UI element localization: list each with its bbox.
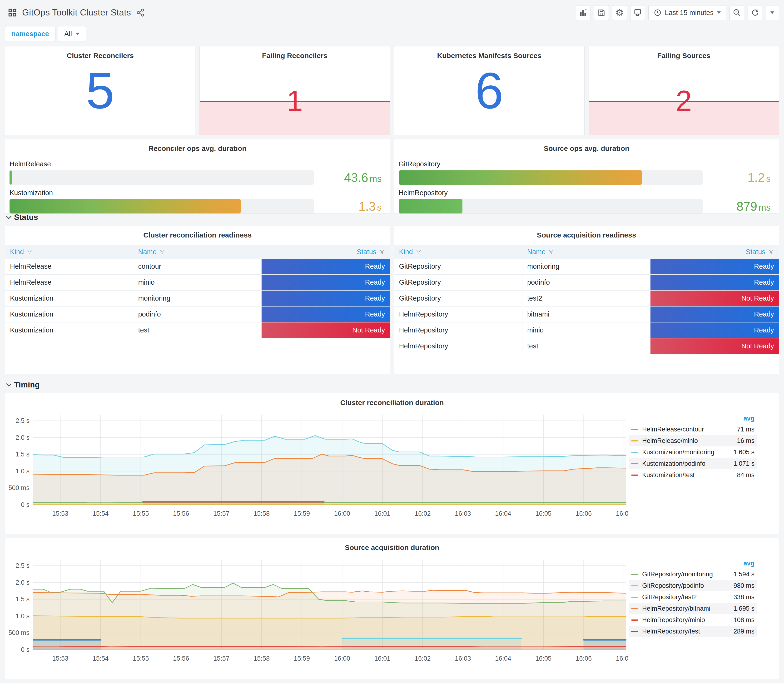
- legend-item[interactable]: Kustomization/monitoring1.605 s: [629, 446, 757, 458]
- legend-item[interactable]: HelmRepository/minio108 ms: [629, 614, 757, 626]
- status-badge: Ready: [651, 306, 779, 322]
- svg-text:16:05: 16:05: [535, 510, 552, 517]
- column-header-kind[interactable]: Kind: [5, 248, 133, 256]
- legend-series-swatch: [631, 631, 638, 632]
- legend-series-swatch: [631, 619, 638, 620]
- settings-button[interactable]: ⚙: [612, 5, 627, 20]
- panel-title: Source acquisition duration: [5, 538, 779, 552]
- stat-panel-failing-reconcilers: Failing Reconcilers1: [199, 46, 390, 135]
- column-header-status[interactable]: Status: [651, 248, 779, 256]
- legend-series-name: Kustomization/podinfo: [642, 460, 733, 467]
- gauge-track: [399, 199, 703, 213]
- column-header-name[interactable]: Name: [523, 248, 651, 256]
- chevron-down-icon: [770, 11, 774, 14]
- cell-name: monitoring: [523, 259, 651, 274]
- cell-status: Not Ready: [651, 338, 779, 354]
- legend-item[interactable]: GitRepository/monitoring1.594 s: [629, 569, 757, 580]
- legend-item[interactable]: HelmRelease/contour71 ms: [629, 423, 757, 435]
- refresh-button[interactable]: [747, 5, 762, 20]
- panel-title: Failing Reconcilers: [200, 46, 390, 60]
- share-icon[interactable]: [136, 8, 145, 17]
- section-status[interactable]: Status: [7, 213, 779, 222]
- legend-series-swatch: [631, 596, 638, 598]
- svg-text:15:53: 15:53: [52, 510, 69, 517]
- svg-text:15:55: 15:55: [133, 510, 149, 517]
- legend-series-swatch: [631, 585, 638, 586]
- legend-series-avg: 1.594 s: [733, 571, 755, 578]
- cell-name: test2: [523, 290, 651, 306]
- table-row: HelmRepositorytestNot Ready: [394, 338, 779, 354]
- save-dashboard-button[interactable]: [594, 5, 609, 20]
- legend-series-avg: 289 ms: [733, 628, 755, 635]
- time-range-picker[interactable]: Last 15 minutes: [648, 5, 726, 20]
- svg-text:16:04: 16:04: [495, 655, 511, 662]
- filter-funnel-icon[interactable]: [548, 249, 554, 255]
- cycle-view-button[interactable]: [630, 5, 645, 20]
- clock-icon: [654, 9, 661, 16]
- legend-item[interactable]: Kustomization/podinfo1.071 s: [629, 458, 757, 469]
- status-badge: Ready: [261, 306, 390, 322]
- filter-funnel-icon[interactable]: [416, 249, 422, 255]
- gauge-track: [10, 199, 314, 213]
- gauge-fill: [10, 199, 240, 213]
- refresh-interval-dropdown[interactable]: [766, 5, 779, 20]
- column-header-name[interactable]: Name: [133, 248, 261, 256]
- svg-text:16:01: 16:01: [374, 655, 391, 662]
- legend-item[interactable]: GitRepository/podinfo980 ms: [629, 580, 757, 592]
- column-header-kind[interactable]: Kind: [394, 248, 523, 256]
- cell-kind: Kustomization: [5, 290, 133, 306]
- add-panel-button[interactable]: [576, 5, 591, 20]
- gauge-fill: [399, 199, 462, 213]
- status-badge: Ready: [651, 275, 779, 290]
- svg-text:16:02: 16:02: [415, 655, 431, 662]
- svg-text:0 s: 0 s: [21, 646, 29, 653]
- filter-funnel-icon[interactable]: [379, 249, 385, 255]
- timeseries-plot[interactable]: 15:5315:5415:5515:5615:5715:5815:5916:00…: [5, 409, 629, 525]
- apps-grid-icon[interactable]: [8, 8, 17, 17]
- gauge-value-unit: ms: [370, 174, 382, 184]
- svg-text:16:00: 16:00: [334, 655, 350, 662]
- table-row: GitRepositorytest2Not Ready: [394, 290, 779, 306]
- time-range-label: Last 15 minutes: [665, 9, 713, 17]
- gauge-value-number: 1.2: [747, 171, 765, 184]
- svg-text:16:00: 16:00: [334, 510, 350, 517]
- filter-funnel-icon[interactable]: [27, 249, 32, 255]
- gauge-value-number: 43.6: [344, 171, 368, 184]
- gauge-label: Kustomization: [10, 189, 385, 197]
- legend-series-swatch: [631, 475, 638, 476]
- variable-namespace-label[interactable]: namespace: [5, 26, 56, 42]
- column-header-status[interactable]: Status: [261, 248, 390, 256]
- svg-text:500 ms: 500 ms: [8, 484, 29, 491]
- svg-text:1.0 s: 1.0 s: [16, 468, 29, 475]
- svg-text:16:01: 16:01: [374, 510, 391, 517]
- svg-text:500 ms: 500 ms: [8, 629, 29, 637]
- svg-text:15:56: 15:56: [173, 655, 189, 662]
- cell-status: Ready: [651, 275, 779, 290]
- variable-namespace-select[interactable]: All: [58, 26, 86, 42]
- cell-name: test: [133, 322, 261, 338]
- svg-text:0 s: 0 s: [21, 501, 29, 508]
- legend-item[interactable]: HelmRepository/bitnami1.695 s: [629, 603, 757, 614]
- filter-funnel-icon[interactable]: [159, 249, 165, 255]
- svg-text:16:07: 16:07: [616, 655, 629, 662]
- timeseries-plot[interactable]: 15:5315:5415:5515:5615:5715:5815:5916:00…: [5, 553, 629, 670]
- section-timing[interactable]: Timing: [7, 380, 779, 390]
- legend-avg-header[interactable]: avg: [629, 414, 757, 423]
- legend-avg-header[interactable]: avg: [629, 558, 757, 569]
- legend-series-swatch: [631, 429, 638, 430]
- legend-item[interactable]: Kustomization/test84 ms: [629, 469, 757, 481]
- status-badge: Not Ready: [651, 338, 779, 354]
- svg-text:15:59: 15:59: [294, 510, 310, 517]
- gauge-item: GitRepository1.2s: [399, 160, 774, 185]
- legend-series-name: Kustomization/monitoring: [642, 449, 733, 456]
- svg-text:1.5 s: 1.5 s: [16, 596, 29, 603]
- filter-funnel-icon[interactable]: [768, 249, 774, 255]
- zoom-out-button[interactable]: [729, 5, 744, 20]
- table-row: HelmRepositorybitnamiReady: [394, 306, 779, 322]
- column-header-label: Status: [357, 248, 376, 256]
- legend-item[interactable]: GitRepository/test2338 ms: [629, 592, 757, 603]
- gauge-value-unit: s: [766, 174, 771, 184]
- legend-item[interactable]: HelmRepository/test289 ms: [629, 626, 757, 637]
- stat-panel-cluster-reconcilers: Cluster Reconcilers5: [5, 46, 196, 135]
- legend-item[interactable]: HelmRelease/minio16 ms: [629, 435, 757, 446]
